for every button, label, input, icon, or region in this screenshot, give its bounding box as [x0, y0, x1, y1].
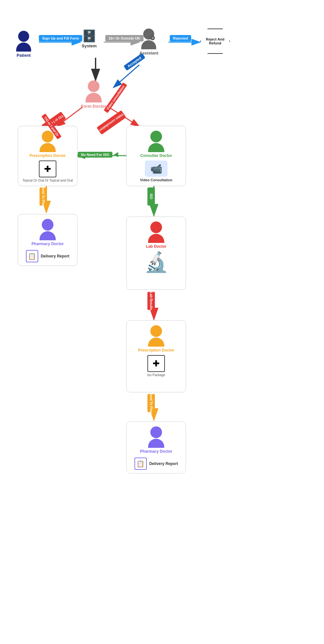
video-consult-rotated-label: Video consultation: [104, 82, 127, 113]
presc-doc-2-label: Prescription Doctor: [138, 348, 174, 352]
pharmacy-doctor-2-box: Pharmacy Doctor 📋 Delivery Report: [126, 422, 186, 473]
presc-rx-icon-1: ✚: [39, 161, 56, 177]
iso-label: ISO: [147, 187, 155, 206]
no-need-iso-label: No Need For ISO: [78, 152, 112, 158]
consulter-doc-icon: [148, 131, 164, 152]
delivery-report-1-row: 📋 Delivery Report: [26, 250, 70, 262]
pharmacy-doctor-1-box: Pharmacy Doctor 📋 Delivery Report: [18, 214, 77, 266]
iso-package-label: Iso Package: [147, 373, 165, 377]
video-consult-arrow-label: Video consultation: [97, 110, 126, 135]
lab-results-label: Lab Results: [147, 292, 155, 310]
no-need-iso-wrapper: No Need For ISO: [78, 152, 118, 158]
pharmacy-doc-2-label: Pharmacy Doctor: [140, 449, 172, 454]
lab-doc-icon: [148, 221, 164, 243]
presc-doc-1-icon: [40, 131, 56, 152]
form-doctor-icon: [86, 80, 102, 102]
consulter-doc-label: Consulter Doctor: [140, 153, 172, 158]
prescription-doctor-2-box: Prescription Doctor ✚ Iso Package: [126, 320, 186, 392]
assistant-node: ⚙ Assistant: [139, 29, 158, 55]
iso-label-wrapper: ISO: [147, 187, 155, 206]
form-doctor-node: Form Doctor: [81, 80, 106, 109]
reject-refund-hex: Reject And Refund: [200, 29, 230, 54]
lab-doctor-box: Lab Doctor 🔬: [126, 217, 186, 290]
video-icon: 📹: [145, 161, 168, 177]
patient-label: Patient: [17, 53, 30, 58]
accepted-label-wrapper: Accepted: [123, 53, 145, 71]
presc-rx-icon-2: ✚: [147, 355, 165, 372]
delivery-report-2-label: Delivery Report: [149, 461, 178, 466]
form-doctor-label: Form Doctor: [81, 104, 106, 109]
system-node: 🗄️ System: [82, 29, 97, 48]
rejected-label: Rejected: [170, 35, 191, 42]
outside-uk-badge: 16< Or Outside UK: [105, 35, 144, 42]
send-to-phar-1-wrapper: Send To Phar: [40, 187, 47, 206]
patient-icon: [16, 31, 31, 52]
reject-refund-node: Reject And Refund: [200, 29, 230, 54]
topical-oral-label: Topical Or Oral Or Topical and Oral: [22, 179, 73, 182]
delivery-report-1-label: Delivery Report: [41, 254, 70, 258]
sign-up-badge: Sign Up and Fill Form: [39, 35, 82, 42]
pharmacy-doc-1-label: Pharmacy Doctor: [31, 242, 64, 246]
send-to-phar-1-label: Send To Phar: [40, 187, 47, 206]
delivery-report-2-row: 📋 Delivery Report: [134, 458, 178, 470]
patient-node: Patient: [16, 31, 31, 58]
prescription-doctor-1-box: Prescription Doctor ✚ Topical Or Oral Or…: [18, 126, 77, 186]
system-label: System: [82, 43, 97, 48]
presc-doc-1-label: Prescription Doctor: [29, 153, 66, 158]
accepted-label: Accepted: [123, 53, 145, 71]
presc-doc-2-icon: [148, 325, 164, 347]
lab-results-wrapper: Lab Results: [147, 292, 155, 310]
pharmacy-doc-1-icon: [40, 219, 56, 240]
reject-refund-label: Reject And Refund: [201, 37, 229, 45]
consulter-doctor-box: Consulter Doctor 📹 Video Consultation: [126, 126, 186, 186]
rejected-badge: Rejected: [170, 35, 191, 42]
assistant-icon: ⚙: [141, 29, 156, 49]
lab-doc-label: Lab Doctor: [146, 244, 166, 249]
delivery-icon-2: 📋: [134, 458, 147, 470]
system-icon: 🗄️: [82, 29, 97, 43]
pharmacy-doc-2-icon: [148, 426, 164, 448]
video-consultation-label: Video Consultation: [140, 178, 172, 182]
lab-scientist-icon: 🔬: [144, 251, 168, 274]
sign-up-label: Sign Up and Fill Form: [39, 35, 82, 42]
video-consult-arrow-label-wrapper: Video consultation: [97, 110, 126, 135]
delivery-icon-1: 📋: [26, 250, 38, 262]
send-to-phar-2-label: Send To Phar: [147, 394, 155, 412]
outside-uk-label: 16< Or Outside UK: [105, 35, 144, 42]
send-to-phar-2-wrapper: Send To Phar: [147, 394, 155, 412]
